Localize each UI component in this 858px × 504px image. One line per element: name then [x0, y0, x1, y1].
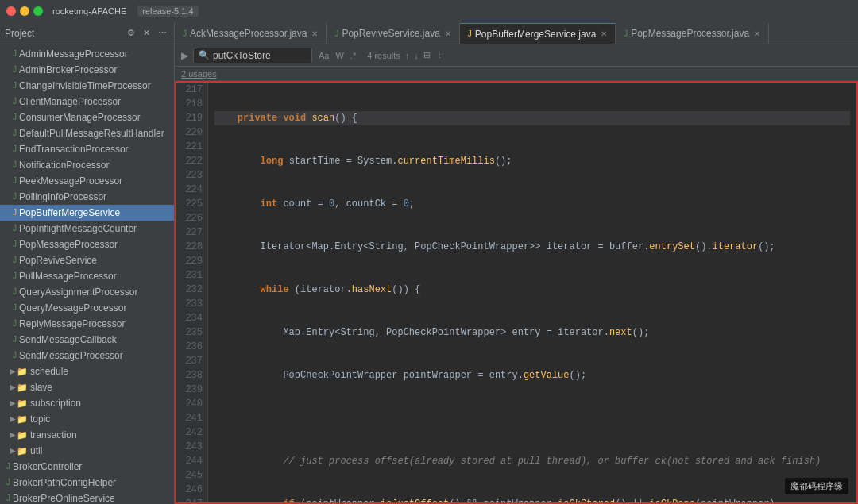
traffic-lights [6, 6, 43, 16]
tree-item-slave[interactable]: ▶📁slave [0, 379, 174, 395]
tab-close-icon[interactable]: ✕ [445, 29, 451, 38]
tree-item-peekmessageprocessor[interactable]: JPeekMessageProcessor [0, 173, 174, 189]
editor-area: J AckMessageProcessor.java ✕ J PopRevive… [175, 22, 858, 504]
tab-label: PopBufferMergeService.java [475, 29, 597, 40]
filter-btn[interactable]: ⊞ [423, 50, 431, 60]
code-line-217: private void scan() { [214, 111, 850, 125]
prev-result-btn[interactable]: ↑ [405, 51, 410, 60]
tree-item-replymessageprocessor[interactable]: JReplyMessageProcessor [0, 316, 174, 332]
tab-close-icon[interactable]: ✕ [601, 29, 607, 38]
tree-item-pollinginfoprocessor[interactable]: JPollingInfoProcessor [0, 189, 174, 205]
code-lines: private void scan() { long startTime = S… [208, 83, 856, 504]
tree-item-subscription[interactable]: ▶📁subscription [0, 395, 174, 411]
code-line-224 [214, 411, 850, 425]
tree-item-notificationprocessor[interactable]: JNotificationProcessor [0, 157, 174, 173]
code-line-223: PopCheckPointWrapper pointWrapper = entr… [214, 368, 850, 383]
tab-label: AckMessageProcessor.java [190, 28, 307, 39]
case-sensitive-btn[interactable]: Aa [317, 50, 330, 61]
tree-item-adminmessageprocessor[interactable]: JAdminMessageProcessor [0, 46, 174, 62]
tree-item-queryassignmentprocessor[interactable]: JQueryAssignmentProcessor [0, 284, 174, 300]
code-line-220: Iterator<Map.Entry<String, PopCheckPoint… [214, 240, 850, 254]
tab-popmessageprocessor[interactable]: J PopMessageProcessor.java ✕ [616, 23, 769, 44]
code-line-222: Map.Entry<String, PopCheckPointWrapper> … [214, 325, 850, 340]
collapse-icon[interactable]: ▶ [181, 50, 188, 61]
titlebar: rocketmq-APACHE release-5.1.4 [0, 0, 858, 22]
search-actions: Aa W .* [317, 50, 358, 61]
tree-item-brokercontroller[interactable]: JBrokerController [0, 459, 174, 475]
tab-close-icon[interactable]: ✕ [754, 29, 760, 38]
tree-item-adminbrokerprocessor[interactable]: JAdminBrokerProcessor [0, 62, 174, 78]
main-layout: Project ⚙ ✕ ⋯ JAdminMessageProcessor JAd… [0, 22, 858, 504]
code-line-221: while (iterator.hasNext()) { [214, 283, 850, 297]
tree-item-endtransactionprocessor[interactable]: JEndTransactionProcessor [0, 141, 174, 157]
tab-label: PopReviveService.java [342, 28, 439, 39]
sidebar-header: Project ⚙ ✕ ⋯ [0, 22, 174, 44]
tree-item-popbuffermergeservice[interactable]: JPopBufferMergeService [0, 205, 174, 221]
tree-item-popinflightmessagecounter[interactable]: JPopInflightMessageCounter [0, 221, 174, 237]
tree-item-sendmessageprocessor[interactable]: JSendMessageProcessor [0, 348, 174, 364]
search-query-text: putCkToStore [213, 50, 271, 61]
watermark: 魔都码程序缘 [785, 478, 848, 494]
tree-item-sendmessagecallback[interactable]: JSendMessageCallback [0, 332, 174, 348]
tree-item-popmessageprocessor[interactable]: JPopMessageProcessor [0, 237, 174, 252]
tree-item-consumermanageprocessor[interactable]: JConsumerManageProcessor [0, 110, 174, 125]
code-line-225: // just process offset(already stored at… [214, 454, 850, 468]
usages-bar: 2 usages [175, 67, 858, 81]
tab-close-icon[interactable]: ✕ [311, 29, 318, 38]
more-options-btn[interactable]: ⋮ [435, 50, 444, 60]
code-content: 217 218 219 220 221 222 223 224 225 226 … [176, 83, 856, 504]
sidebar-more-icon[interactable]: ⋯ [156, 26, 169, 40]
search-bar: ▶ 🔍 putCkToStore Aa W .* 4 results ↑ ↓ ⊞… [175, 44, 858, 67]
line-numbers: 217 218 219 220 221 222 223 224 225 226 … [176, 83, 208, 504]
next-result-btn[interactable]: ↓ [414, 51, 419, 60]
code-line-219: int count = 0, countCk = 0; [214, 197, 850, 211]
search-results: 4 results [367, 51, 400, 60]
tree-item-topic[interactable]: ▶📁topic [0, 411, 174, 427]
minimize-button[interactable] [20, 6, 29, 16]
tree-item-popreviveservice[interactable]: JPopReviveService [0, 252, 174, 268]
tree-item-changeinvisibletimeprocessor[interactable]: JChangeInvisibleTimeProcessor [0, 78, 174, 94]
word-match-btn[interactable]: W [334, 50, 345, 61]
tab-ackmessageprocessor[interactable]: J AckMessageProcessor.java ✕ [175, 23, 327, 44]
tab-popbuffermergeservice[interactable]: J PopBufferMergeService.java ✕ [460, 23, 616, 44]
tree-item-brokerpathconfighelper[interactable]: JBrokerPathConfigHelper [0, 475, 174, 491]
sidebar-tree: JAdminMessageProcessor JAdminBrokerProce… [0, 44, 174, 504]
tree-item-querymessageprocessor[interactable]: JQueryMessageProcessor [0, 300, 174, 316]
tabs-bar: J AckMessageProcessor.java ✕ J PopRevive… [175, 22, 858, 44]
sidebar-settings-icon[interactable]: ⚙ [125, 26, 137, 40]
sidebar-close-icon[interactable]: ✕ [141, 26, 153, 40]
close-button[interactable] [6, 6, 16, 16]
sidebar: Project ⚙ ✕ ⋯ JAdminMessageProcessor JAd… [0, 22, 175, 504]
search-icon: 🔍 [199, 50, 210, 60]
regex-btn[interactable]: .* [349, 50, 358, 61]
tree-item-schedule[interactable]: ▶📁schedule [0, 364, 174, 379]
usages-text[interactable]: 2 usages [181, 69, 217, 79]
tree-item-clientmanageprocessor[interactable]: JClientManageProcessor [0, 94, 174, 110]
tree-item-util[interactable]: ▶📁util [0, 443, 174, 459]
branch-label: release-5.1.4 [137, 6, 198, 17]
tree-item-brokerpreonlineservice[interactable]: JBrokerPreOnlineService [0, 491, 174, 504]
code-line-218: long startTime = System.currentTimeMilli… [214, 154, 850, 168]
code-area[interactable]: 217 218 219 220 221 222 223 224 225 226 … [175, 81, 858, 504]
app-title: rocketmq-APACHE [52, 6, 126, 16]
tree-item-pullmessageprocessor[interactable]: JPullMessageProcessor [0, 268, 174, 284]
tab-label: PopMessageProcessor.java [631, 28, 749, 39]
code-line-226: if (pointWrapper.isJustOffset() && point… [214, 497, 850, 504]
maximize-button[interactable] [33, 6, 43, 16]
search-input-wrapper: 🔍 putCkToStore [193, 48, 312, 63]
sidebar-title: Project [5, 28, 122, 39]
tree-item-transaction[interactable]: ▶📁transaction [0, 427, 174, 443]
tree-item-defaultpullmessageresulthandler[interactable]: JDefaultPullMessageResultHandler [0, 125, 174, 141]
tab-popreviveservice[interactable]: J PopReviveService.java ✕ [327, 23, 459, 44]
